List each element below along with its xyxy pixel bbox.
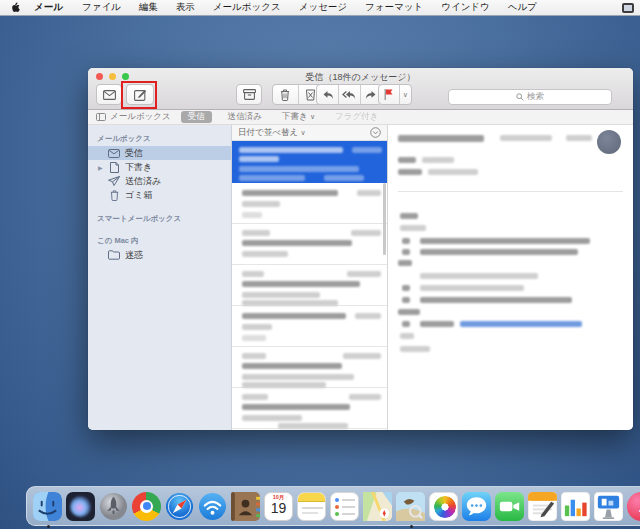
reply-button[interactable] [317,85,338,104]
favorites-mailboxes-label[interactable]: メールボックス [110,111,171,123]
dock-reminders-icon[interactable] [330,492,359,521]
redacted-link[interactable] [460,321,582,327]
sidebar-label-sent: 送信済み [125,175,161,188]
flag-chevron-button[interactable]: ∨ [399,85,411,104]
menu-item-mailbox[interactable]: メールボックス [204,1,290,14]
disclosure-triangle-icon[interactable]: ▶ [98,164,103,171]
message-row[interactable] [232,183,387,224]
dock-pages-icon[interactable] [528,492,557,521]
menu-item-format[interactable]: フォーマット [356,1,432,14]
menu-item-mail[interactable]: メール [31,1,73,14]
sort-button[interactable]: 日付で並べ替え ∨ [238,127,306,139]
reply-all-icon [342,90,356,100]
filter-circle-icon [370,127,381,138]
message-row[interactable] [232,388,387,429]
sidebar-section-mailboxes: メールボックス [88,129,231,146]
menu-item-view[interactable]: 表示 [167,1,204,14]
folder-icon [108,250,120,260]
favorites-tab-inbox[interactable]: 受信 [181,111,212,123]
favorites-tab-sent[interactable]: 送信済み [218,111,272,123]
favorites-tab-flagged[interactable]: フラグ付き [325,111,388,123]
reading-pane [388,125,633,430]
paper-plane-icon [108,176,120,186]
dock-maps-icon[interactable] [363,492,392,521]
delete-button[interactable] [273,85,298,104]
menu-bar: メール ファイル 編集 表示 メールボックス メッセージ フォーマット ウインド… [0,0,640,16]
sidebar-label-drafts: 下書き [125,161,152,174]
dock-numbers-icon[interactable] [561,492,590,521]
message-row[interactable] [232,265,387,306]
sidebar-item-junk[interactable]: 迷惑 [88,248,231,262]
favorites-tab-drafts[interactable]: 下書き ∨ [272,111,325,123]
dock-itunes-icon[interactable]: ♪ [627,492,640,521]
flag-icon [384,89,393,100]
dock-finder-icon[interactable] [33,492,62,521]
calendar-day-label: 19 [265,501,292,516]
sidebar-label-junk: 迷惑 [125,249,143,262]
flag-button[interactable] [379,85,399,104]
menu-item-help[interactable]: ヘルプ [499,1,546,14]
sidebar-label-trash: ゴミ箱 [125,189,152,202]
apple-menu-icon[interactable] [11,2,21,14]
menu-item-edit[interactable]: 編集 [130,1,167,14]
reply-group [316,84,382,105]
sidebar-item-sent[interactable]: 送信済み [88,174,231,188]
reply-icon [322,90,334,100]
window-titlebar[interactable]: 受信（18件のメッセージ） [88,68,633,110]
dock-messages-icon[interactable] [462,492,491,521]
get-mail-button[interactable] [96,84,122,105]
sidebar-label-inbox: 受信 [125,147,143,160]
filter-button[interactable] [370,127,381,138]
message-row[interactable] [232,224,387,265]
reply-all-button[interactable] [338,85,359,104]
dock-wifi-app-icon[interactable] [198,492,227,521]
sidebar-toggle-icon[interactable] [96,113,106,121]
dock-facetime-icon[interactable] [495,492,524,521]
message-row[interactable] [232,347,387,388]
menu-item-file[interactable]: ファイル [73,1,130,14]
sidebar-section-on-mac: この Mac 内 [88,226,231,248]
envelope-icon [103,90,116,100]
window-title: 受信（18件のメッセージ） [88,71,633,84]
inbox-envelope-icon [108,149,120,158]
menu-item-window[interactable]: ウインドウ [432,1,499,14]
dock-notes-icon[interactable] [297,492,326,521]
message-row-selected[interactable] [232,141,387,183]
annotation-highlight-compose [121,81,157,109]
menu-item-message[interactable]: メッセージ [290,1,356,14]
dock-contacts-icon[interactable] [231,492,260,521]
junk-icon [305,89,316,101]
dock: 10月 19 [26,486,640,526]
search-icon [516,93,524,101]
sidebar-section-smart: スマートメールボックス [88,202,231,226]
message-row[interactable] [232,306,387,347]
dock-calendar-icon[interactable]: 10月 19 [264,492,293,521]
running-indicator [410,525,413,528]
dock-siri-icon[interactable] [66,492,95,521]
desktop: メール ファイル 編集 表示 メールボックス メッセージ フォーマット ウインド… [0,0,640,529]
dock-photos-icon[interactable] [429,492,458,521]
dock-launchpad-icon[interactable] [99,492,128,521]
dock-keynote-icon[interactable] [594,492,623,521]
dock-safari-icon[interactable] [165,492,194,521]
running-indicator [47,525,50,528]
drafts-chevron-icon: ∨ [310,113,315,120]
sidebar-item-trash[interactable]: ゴミ箱 [88,188,231,202]
mail-window: 受信（18件のメッセージ） [88,68,633,430]
display-menu-extra-icon[interactable] [622,3,634,13]
list-scrollbar[interactable] [383,183,386,255]
dock-chrome-icon[interactable] [132,492,161,521]
sidebar-item-inbox[interactable]: 受信 [88,146,231,160]
forward-icon [365,90,377,100]
trash-icon [280,89,290,101]
header-divider [398,191,623,192]
drafts-page-icon [108,162,120,173]
search-field[interactable]: 検索 [448,89,612,105]
sidebar-item-drafts[interactable]: ▶ 下書き [88,160,231,174]
favorites-bar: メールボックス 受信 送信済み 下書き ∨ フラグ付き [88,110,633,125]
dock-preview-icon[interactable] [396,492,425,521]
message-list: 日付で並べ替え ∨ [232,125,388,430]
archive-button[interactable] [236,84,262,105]
flag-group: ∨ [378,84,412,105]
window-content: メールボックス 受信 ▶ 下書き [88,125,633,430]
